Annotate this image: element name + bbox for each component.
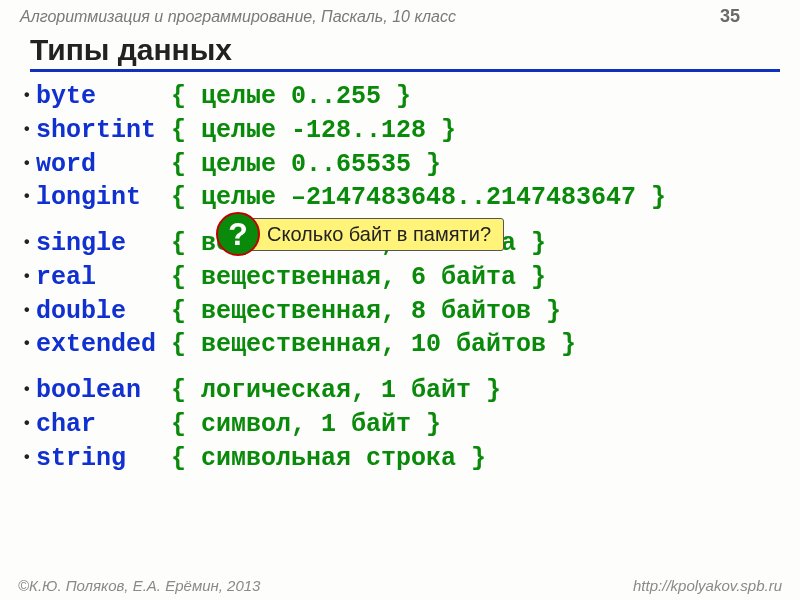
type-keyword: extended	[36, 330, 156, 359]
content-area: •byte { целые 0..255 }•shortint { целые …	[0, 72, 800, 475]
bullet-icon: •	[24, 412, 30, 434]
bullet-icon: •	[24, 265, 30, 287]
bullet-icon: •	[24, 299, 30, 321]
type-row: •boolean { логическая, 1 байт }	[36, 374, 780, 408]
copyright: ©К.Ю. Поляков, Е.А. Ерёмин, 2013	[18, 577, 260, 594]
slide-header: Алгоритмизация и программирование, Паска…	[0, 0, 800, 29]
type-comment: { целые 0..65535 }	[156, 150, 441, 179]
slide-title: Типы данных	[30, 33, 780, 72]
type-comment: { вещественная, 10 байтов }	[156, 330, 576, 359]
bullet-icon: •	[24, 185, 30, 207]
page-number: 35	[720, 6, 740, 27]
type-row: •real { вещественная, 6 байта }	[36, 261, 780, 295]
type-row: •double { вещественная, 8 байтов }	[36, 295, 780, 329]
type-keyword: single	[36, 229, 156, 258]
callout-text: Сколько байт в памяти?	[244, 218, 504, 251]
type-row: •string { символьная строка }	[36, 442, 780, 476]
bullet-icon: •	[24, 118, 30, 140]
type-comment: { целые 0..255 }	[156, 82, 411, 111]
type-row: •word { целые 0..65535 }	[36, 148, 780, 182]
callout: ? Сколько байт в памяти?	[216, 212, 504, 256]
type-row: •shortint { целые -128..128 }	[36, 114, 780, 148]
type-keyword: byte	[36, 82, 156, 111]
type-comment: { вещественная, 6 байта }	[156, 263, 546, 292]
bullet-icon: •	[24, 84, 30, 106]
bullet-icon: •	[24, 231, 30, 253]
type-comment: { вещественная, 8 байтов }	[156, 297, 561, 326]
slide-footer: ©К.Ю. Поляков, Е.А. Ерёмин, 2013 http://…	[0, 575, 800, 596]
type-comment: { символ, 1 байт }	[156, 410, 441, 439]
type-keyword: shortint	[36, 116, 156, 145]
type-comment: { целые –2147483648..2147483647 }	[156, 183, 666, 212]
type-comment: { целые -128..128 }	[156, 116, 456, 145]
type-row: •extended { вещественная, 10 байтов }	[36, 328, 780, 362]
bullet-icon: •	[24, 446, 30, 468]
footer-url: http://kpolyakov.spb.ru	[633, 577, 782, 594]
type-comment: { логическая, 1 байт }	[156, 376, 501, 405]
bullet-icon: •	[24, 152, 30, 174]
bullet-icon: •	[24, 378, 30, 400]
course-name: Алгоритмизация и программирование, Паска…	[20, 8, 456, 26]
type-keyword: string	[36, 444, 156, 473]
type-keyword: longint	[36, 183, 156, 212]
type-keyword: real	[36, 263, 156, 292]
type-row: •byte { целые 0..255 }	[36, 80, 780, 114]
bullet-icon: •	[24, 332, 30, 354]
type-row: •char { символ, 1 байт }	[36, 408, 780, 442]
type-comment: { символьная строка }	[156, 444, 486, 473]
question-icon: ?	[216, 212, 260, 256]
type-keyword: word	[36, 150, 156, 179]
type-keyword: double	[36, 297, 156, 326]
type-keyword: char	[36, 410, 156, 439]
type-row: •longint { целые –2147483648..2147483647…	[36, 181, 780, 215]
type-keyword: boolean	[36, 376, 156, 405]
